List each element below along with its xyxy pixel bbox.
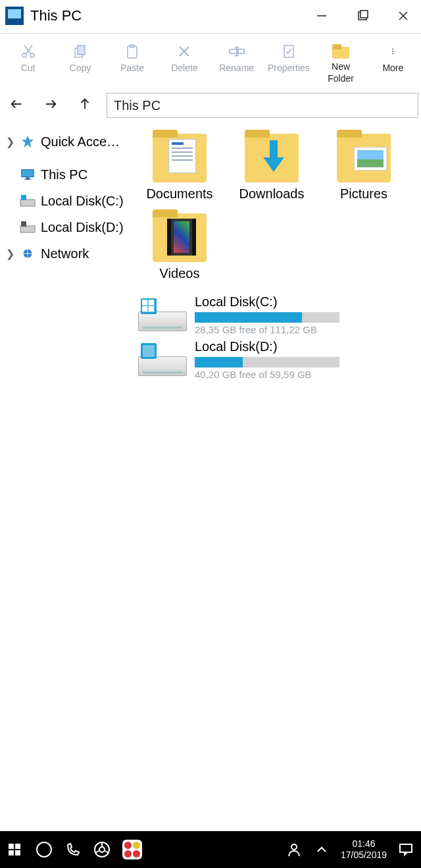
svg-rect-53 <box>400 844 412 852</box>
toolbar: Cut Copy Paste Delete Rename <box>0 36 421 90</box>
rename-button[interactable]: Rename <box>212 39 260 86</box>
folder-label: Documents <box>146 186 212 202</box>
drive-windows-icon <box>138 297 187 331</box>
svg-rect-12 <box>130 45 134 47</box>
disk-icon <box>20 193 36 209</box>
svg-rect-43 <box>15 844 20 849</box>
svg-marker-37 <box>263 157 284 172</box>
svg-rect-30 <box>24 178 30 179</box>
properties-button[interactable]: Properties <box>264 39 312 86</box>
action-center-icon[interactable] <box>397 841 414 858</box>
drive-usage-bar <box>195 312 339 323</box>
svg-rect-19 <box>238 49 244 54</box>
sidebar-item-disk-d[interactable]: ❯ Local Disk(D:) <box>3 214 130 240</box>
folder-videos[interactable]: Videos <box>138 209 221 281</box>
app-monitor-icon <box>5 7 24 25</box>
downloads-folder-icon <box>242 130 301 182</box>
close-button[interactable] <box>396 9 410 23</box>
svg-rect-45 <box>15 850 20 855</box>
monitor-icon <box>20 167 36 182</box>
phone-app-button[interactable] <box>64 841 82 858</box>
svg-rect-31 <box>20 200 35 206</box>
forward-button[interactable] <box>43 97 58 114</box>
drive-name: Local Disk(C:) <box>195 294 416 310</box>
folder-downloads[interactable]: Downloads <box>230 130 313 202</box>
drive-free-text: 40,20 GB free of 59,59 GB <box>195 369 416 380</box>
clock-time: 01:46 <box>341 838 387 850</box>
sidebar-item-quick-access[interactable]: ❯ Quick Acce… <box>3 128 130 155</box>
videos-folder-icon <box>150 209 209 262</box>
user-icon[interactable] <box>285 841 303 858</box>
svg-point-23 <box>392 53 393 55</box>
properties-label: Properties <box>268 63 310 73</box>
folder-label: Pictures <box>340 186 387 202</box>
svg-rect-40 <box>142 306 147 312</box>
folder-label: Downloads <box>239 186 305 202</box>
chrome-app-button[interactable] <box>93 841 111 858</box>
svg-rect-36 <box>270 140 278 157</box>
drive-c[interactable]: Local Disk(C:) 28,35 GB free of 111,22 G… <box>138 294 416 335</box>
cortana-button[interactable] <box>36 841 53 858</box>
svg-line-7 <box>26 45 32 54</box>
address-bar[interactable]: This PC <box>107 93 418 118</box>
network-icon <box>20 246 36 261</box>
svg-rect-34 <box>21 221 26 227</box>
sidebar-item-label: This PC <box>41 167 87 182</box>
maximize-button[interactable] <box>355 9 370 23</box>
more-label: More <box>382 63 403 73</box>
drive-free-text: 28,35 GB free of 111,22 GB <box>195 324 416 335</box>
drive-name: Local Disk(D:) <box>195 339 416 354</box>
sidebar-item-network[interactable]: ❯ Network <box>3 240 130 267</box>
svg-rect-15 <box>230 49 237 54</box>
address-path: This PC <box>114 98 161 113</box>
x-icon <box>176 41 193 61</box>
svg-rect-38 <box>142 300 147 305</box>
pinned-app-button[interactable] <box>122 840 142 859</box>
sidebar-item-this-pc[interactable]: ❯ This PC <box>3 161 130 188</box>
svg-line-50 <box>95 850 100 853</box>
start-button[interactable] <box>7 841 24 858</box>
sidebar-item-label: Quick Acce… <box>41 134 120 149</box>
title-bar: This PC <box>0 0 421 32</box>
scissors-icon <box>20 41 37 61</box>
sidebar-item-label: Local Disk(C:) <box>41 194 124 209</box>
star-icon <box>20 134 36 149</box>
cut-button[interactable]: Cut <box>4 39 52 86</box>
svg-point-46 <box>37 842 51 857</box>
nav-row: This PC <box>0 90 421 123</box>
drive-d[interactable]: Local Disk(D:) 40,20 GB free of 59,59 GB <box>138 339 416 380</box>
new-folder-button[interactable]: New Folder <box>317 39 365 86</box>
disk-icon <box>20 219 36 235</box>
clipboard-icon <box>124 41 141 61</box>
folder-pictures[interactable]: Pictures <box>322 130 405 202</box>
svg-rect-44 <box>9 850 14 855</box>
more-button[interactable]: More <box>369 39 417 86</box>
paste-button[interactable]: Paste <box>109 39 157 86</box>
sidebar-item-label: Network <box>41 246 89 261</box>
svg-rect-28 <box>22 170 34 177</box>
minimize-button[interactable] <box>314 9 329 23</box>
rename-label: Rename <box>219 63 254 73</box>
svg-marker-27 <box>22 136 34 148</box>
back-button[interactable] <box>9 97 24 114</box>
svg-point-22 <box>392 51 393 52</box>
properties-icon <box>280 41 297 61</box>
clock-date: 17/05/2019 <box>341 850 387 861</box>
copy-icon <box>72 41 89 61</box>
chevron-right-icon: ❯ <box>5 248 14 260</box>
folder-documents[interactable]: Documents <box>138 130 221 202</box>
svg-rect-10 <box>78 45 85 55</box>
up-button[interactable] <box>78 97 92 114</box>
clock[interactable]: 01:46 17/05/2019 <box>341 838 387 861</box>
svg-rect-20 <box>284 45 293 57</box>
tray-chevron-up-icon[interactable] <box>313 841 330 858</box>
svg-rect-39 <box>149 300 154 305</box>
copy-button[interactable]: Copy <box>56 39 104 86</box>
sidebar: ❯ Quick Acce… ❯ This PC ❯ Local Disk(C:)… <box>0 123 133 831</box>
delete-button[interactable]: Delete <box>161 39 209 86</box>
svg-line-51 <box>104 850 109 853</box>
sidebar-item-disk-c[interactable]: ❯ Local Disk(C:) <box>3 188 130 214</box>
folder-label: Videos <box>160 266 200 281</box>
svg-rect-29 <box>26 178 30 179</box>
sidebar-item-label: Local Disk(D:) <box>41 220 124 235</box>
